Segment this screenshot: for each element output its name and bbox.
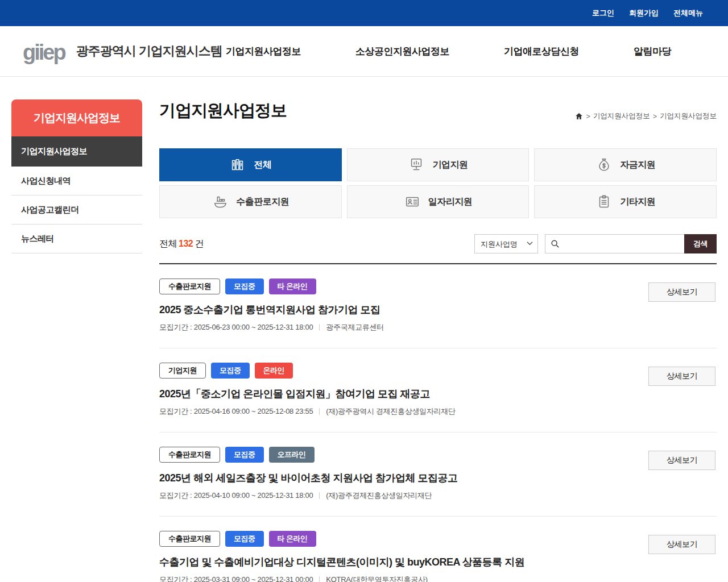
status-tag[interactable]: 모집중 <box>225 278 264 294</box>
count-number: 132 <box>179 239 193 248</box>
list-item: 수출판로지원 모집중 오프라인 2025년 해외 세일즈출장 및 바이어초청 지… <box>159 433 717 517</box>
nav-small-business-info[interactable]: 소상공인지원사업정보 <box>355 45 449 58</box>
listing-meta: 모집기간 : 2025-06-23 00:00 ~ 2025-12-31 18:… <box>159 322 717 332</box>
channel-tag[interactable]: 타 온라인 <box>269 531 316 547</box>
books-icon <box>229 156 246 173</box>
status-tag[interactable]: 모집중 <box>211 363 250 379</box>
list-item: 수출판로지원 모집중 타 온라인 2025 중소수출기업 통번역지원사업 참가기… <box>159 264 717 348</box>
search-button[interactable]: 검색 <box>684 234 717 253</box>
signup-link[interactable]: 회원가입 <box>629 8 659 18</box>
listing-meta: 모집기간 : 2025-03-31 09:00 ~ 2025-12-31 00:… <box>159 575 717 582</box>
sidebar-item-announcement-calendar[interactable]: 사업공고캘린더 <box>11 196 142 225</box>
cargo-ship-icon <box>212 193 229 210</box>
main-nav: 기업지원사업정보 소상공인지원사업정보 기업애로상담신청 알림마당 <box>226 45 705 58</box>
listing-title[interactable]: 2025년「중소기업 온라인몰 입점지원」참여기업 모집 재공고 <box>159 387 631 401</box>
category-tag[interactable]: 기업지원 <box>159 363 206 379</box>
channel-tag[interactable]: 타 온라인 <box>269 278 316 294</box>
detail-button[interactable]: 상세보기 <box>648 451 715 470</box>
search-input-wrap <box>545 234 684 253</box>
breadcrumb-level-2[interactable]: 기업지원사업정보 <box>660 111 717 121</box>
count-suffix: 건 <box>195 239 204 248</box>
listing-meta: 모집기간 : 2025-04-16 09:00 ~ 2025-12-08 23:… <box>159 406 717 417</box>
detail-button[interactable]: 상세보기 <box>648 367 715 386</box>
listing-title[interactable]: 수출기업 및 수출예비기업대상 디지털콘텐츠(이미지) 및 buyKOREA 상… <box>159 555 631 569</box>
filter-label: 기업지원 <box>432 159 468 171</box>
page-title: 기업지원사업정보 <box>159 99 287 122</box>
main-panel: 기업지원사업정보 > 기업지원사업정보 > 기업지원사업정보 전체 기업지원 자… <box>159 99 717 582</box>
sidebar-item-newsletter[interactable]: 뉴스레터 <box>11 225 142 253</box>
meta-divider <box>319 324 320 331</box>
search-input[interactable] <box>545 234 684 253</box>
tag-row: 수출판로지원 모집중 타 온라인 <box>159 278 717 294</box>
filter-export-channel-support[interactable]: 수출판로지원 <box>159 185 342 218</box>
tag-row: 수출판로지원 모집중 오프라인 <box>159 447 717 463</box>
sidebar-title: 기업지원사업정보 <box>11 99 142 136</box>
listing-meta: 모집기간 : 2025-04-10 09:00 ~ 2025-12-31 18:… <box>159 490 717 501</box>
breadcrumb-level-1[interactable]: 기업지원사업정보 <box>593 111 650 121</box>
filter-job-support[interactable]: 일자리지원 <box>347 185 530 218</box>
nav-consultation-request[interactable]: 기업애로상담신청 <box>504 45 579 58</box>
site-header: giiep 광주광역시 기업지원시스템 기업지원사업정보 소상공인지원사업정보 … <box>0 26 728 77</box>
sitemap-link[interactable]: 전체메뉴 <box>673 8 703 18</box>
category-tag[interactable]: 수출판로지원 <box>159 447 220 463</box>
listing-list: 수출판로지원 모집중 타 온라인 2025 중소수출기업 통번역지원사업 참가기… <box>159 263 717 582</box>
category-filter-grid: 전체 기업지원 자금지원 수출판로지원 일자리지원 기타지원 <box>159 148 717 218</box>
content-area: 기업지원사업정보 기업지원사업정보 사업신청내역 사업공고캘린더 뉴스레터 기업… <box>0 77 728 582</box>
list-item: 기업지원 모집중 온라인 2025년「중소기업 온라인몰 입점지원」참여기업 모… <box>159 348 717 433</box>
status-tag[interactable]: 모집중 <box>225 447 264 463</box>
recruit-period: 모집기간 : 2025-04-16 09:00 ~ 2025-12-08 23:… <box>159 406 313 417</box>
nav-business-support-info[interactable]: 기업지원사업정보 <box>226 45 301 58</box>
search-area: 지원사업명 검색 <box>474 234 717 253</box>
clipboard-icon <box>595 193 613 210</box>
channel-tag[interactable]: 온라인 <box>255 363 293 379</box>
channel-tag[interactable]: 오프라인 <box>269 447 315 463</box>
recruit-period: 모집기간 : 2025-06-23 00:00 ~ 2025-12-31 18:… <box>159 322 313 332</box>
monitor-chart-icon <box>408 156 425 173</box>
sidebar: 기업지원사업정보 기업지원사업정보 사업신청내역 사업공고캘린더 뉴스레터 <box>11 99 142 253</box>
login-link[interactable]: 로그인 <box>592 8 614 18</box>
logo-wordmark: giiep <box>23 38 67 64</box>
meta-divider <box>319 576 320 582</box>
filter-etc-support[interactable]: 기타지원 <box>534 185 717 218</box>
sidebar-item-business-support-info[interactable]: 기업지원사업정보 <box>11 136 142 167</box>
filter-business-support[interactable]: 기업지원 <box>347 148 530 181</box>
organizer-name: (재)광주경제진흥상생일자리재단 <box>326 490 432 501</box>
listing-title[interactable]: 2025 중소수출기업 통번역지원사업 참가기업 모집 <box>159 303 631 317</box>
breadcrumb: > 기업지원사업정보 > 기업지원사업정보 <box>575 111 717 122</box>
meta-divider <box>319 408 320 415</box>
recruit-period: 모집기간 : 2025-04-10 09:00 ~ 2025-12-31 18:… <box>159 490 313 501</box>
count-prefix: 전체 <box>159 239 177 248</box>
breadcrumb-separator: > <box>586 113 590 120</box>
search-category-select[interactable]: 지원사업명 <box>474 234 538 253</box>
result-count: 전체132건 <box>159 238 204 250</box>
site-title: 광주광역시 기업지원시스템 <box>76 43 222 60</box>
category-tag[interactable]: 수출판로지원 <box>159 531 220 547</box>
organizer-name: (재)광주광역시 경제진흥상생일자리재단 <box>326 406 455 417</box>
site-logo[interactable]: giiep 광주광역시 기업지원시스템 <box>23 38 222 64</box>
filter-label: 자금지원 <box>620 159 655 171</box>
tag-row: 기업지원 모집중 온라인 <box>159 363 717 379</box>
id-card-icon <box>404 193 421 210</box>
recruit-period: 모집기간 : 2025-03-31 09:00 ~ 2025-12-31 00:… <box>159 575 313 582</box>
category-tag[interactable]: 수출판로지원 <box>159 278 220 294</box>
organizer-name: KOTRA(대한무역투자진흥공사) <box>326 575 427 582</box>
detail-button[interactable]: 상세보기 <box>648 282 715 302</box>
sidebar-item-application-history[interactable]: 사업신청내역 <box>11 167 142 196</box>
page-title-row: 기업지원사업정보 > 기업지원사업정보 > 기업지원사업정보 <box>159 99 717 122</box>
filter-funding-support[interactable]: 자금지원 <box>534 148 717 181</box>
filter-all[interactable]: 전체 <box>159 148 342 181</box>
breadcrumb-separator: > <box>653 113 657 120</box>
result-toolbar: 전체132건 지원사업명 검색 <box>159 234 717 253</box>
home-icon[interactable] <box>575 113 583 120</box>
meta-divider <box>319 492 320 499</box>
status-tag[interactable]: 모집중 <box>225 531 264 547</box>
listing-title[interactable]: 2025년 해외 세일즈출장 및 바이어초청 지원사업 참가업체 모집공고 <box>159 471 631 485</box>
detail-button[interactable]: 상세보기 <box>648 535 715 554</box>
tag-row: 수출판로지원 모집중 타 온라인 <box>159 531 717 547</box>
search-input-group: 검색 <box>545 234 717 253</box>
filter-label: 기타지원 <box>620 196 655 208</box>
filter-label: 수출판로지원 <box>236 196 289 208</box>
search-category-select-wrap: 지원사업명 <box>474 234 538 253</box>
organizer-name: 광주국제교류센터 <box>326 322 384 332</box>
nav-notice-board[interactable]: 알림마당 <box>634 45 671 58</box>
